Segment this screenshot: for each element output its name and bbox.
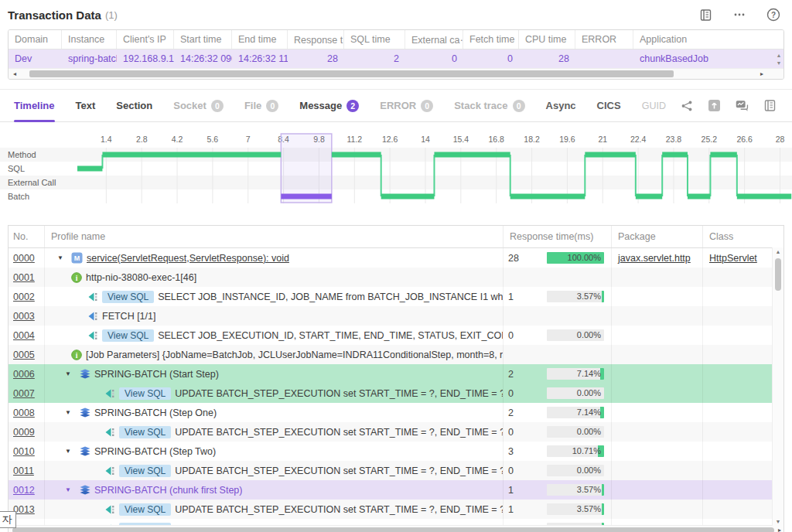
scroll-down-icon[interactable]: ▼: [777, 60, 782, 66]
guid-button[interactable]: GUID: [642, 101, 666, 111]
txn-col-header: Response t⋯: [288, 30, 344, 49]
expander-icon[interactable]: ▼: [65, 370, 75, 377]
scroll-down-icon[interactable]: ▼: [773, 519, 783, 524]
expander-icon[interactable]: ▼: [65, 409, 75, 416]
package-link[interactable]: javax.servlet.http: [618, 253, 691, 264]
package-cell: [612, 480, 703, 500]
response-time-cell: [504, 306, 612, 326]
help-icon[interactable]: ?: [766, 7, 781, 22]
timeline-tick-label: 18.2: [524, 135, 540, 144]
txn-hscroll-thumb[interactable]: [29, 70, 674, 77]
transaction-row[interactable]: Devspring-batch192.168.9.13614:26:32 090…: [9, 49, 783, 68]
profile-row[interactable]: 0001ihttp-nio-38080-exec-1[46]: [9, 268, 783, 287]
tab-stack-trace[interactable]: Stack trace0: [454, 90, 524, 121]
profile-vscrollbar[interactable]: ▲▼: [772, 247, 783, 526]
tab-cics[interactable]: CICS: [597, 90, 621, 121]
profile-table-header: No.Profile nameResponse time(ms)PackageC…: [9, 226, 783, 248]
package-cell: [612, 326, 703, 345]
profile-name-text[interactable]: service(ServletRequest,ServletResponse):…: [87, 253, 289, 264]
profile-no-link[interactable]: 0013: [13, 504, 35, 515]
profile-row[interactable]: View SQLUPDATE BATCH_STEP_EXECUTION set …: [9, 519, 783, 525]
profile-no-link[interactable]: 0008: [13, 408, 35, 418]
view-sql-button[interactable]: View SQL: [119, 387, 171, 400]
profile-row[interactable]: 0008▼SPRING-BATCH (Step One)27.14%: [9, 403, 783, 422]
timeline-bar-method: [585, 152, 636, 158]
profile-row[interactable]: 0006▼SPRING-BATCH (Start Step)27.14%: [9, 364, 783, 384]
profile-no-cell: 0011: [9, 461, 45, 480]
profile-row[interactable]: 0009View SQLUPDATE BATCH_STEP_EXECUTION …: [9, 422, 783, 442]
profile-row[interactable]: 0002View SQLSELECT JOB_INSTANCE_ID, JOB_…: [9, 287, 783, 306]
profile-no-link[interactable]: 0002: [13, 292, 35, 302]
txn-cell: 14:26:32 090: [174, 49, 232, 68]
more-icon[interactable]: [732, 7, 747, 22]
profile-no-link[interactable]: 0009: [13, 427, 35, 438]
profile-no-link[interactable]: 0001: [13, 272, 35, 283]
notebook-icon[interactable]: [763, 99, 777, 113]
profile-no-cell: 0012: [9, 480, 45, 500]
profile-no-link[interactable]: 0004: [13, 330, 35, 341]
profile-no-link[interactable]: 0011: [13, 466, 34, 476]
package-cell: [612, 287, 703, 306]
profile-name-cell: ▼Mservice(ServletRequest,ServletResponse…: [45, 248, 504, 268]
response-time-value: 0: [508, 330, 547, 341]
scroll-right-icon[interactable]: ▸: [778, 527, 781, 532]
profile-no-link[interactable]: 0003: [13, 311, 35, 322]
txn-cell: Dev: [9, 49, 62, 68]
profile-name-cell: View SQLUPDATE BATCH_STEP_EXECUTION set …: [45, 500, 504, 519]
profile-no-link[interactable]: 0006: [13, 369, 35, 380]
profile-row[interactable]: 0010▼SPRING-BATCH (Step Two)310.71%: [9, 442, 783, 461]
profile-name-text: UPDATE BATCH_STEP_EXECUTION set START_TI…: [175, 465, 503, 476]
tab-message[interactable]: Message2: [299, 90, 359, 121]
view-sql-button[interactable]: View SQL: [119, 503, 171, 516]
package-cell: [612, 345, 703, 364]
scroll-left-icon[interactable]: ◂: [13, 69, 16, 79]
view-sql-button[interactable]: View SQL: [102, 329, 154, 342]
scroll-up-icon[interactable]: ▲: [773, 249, 783, 254]
profile-row[interactable]: 0004View SQLSELECT JOB_EXECUTION_ID, STA…: [9, 326, 783, 345]
profile-row[interactable]: 0000▼Mservice(ServletRequest,ServletResp…: [9, 248, 783, 268]
profile-no-link[interactable]: 0010: [13, 446, 35, 457]
tab-badge: 0: [513, 100, 525, 112]
expander-icon[interactable]: ▼: [57, 254, 67, 261]
profile-row[interactable]: 0007View SQLUPDATE BATCH_STEP_EXECUTION …: [9, 384, 783, 403]
chat-chart-icon[interactable]: [736, 99, 749, 113]
profile-hscroll-thumb[interactable]: [12, 527, 774, 532]
timeline-bar-method: [102, 152, 281, 158]
profile-vscroll-thumb[interactable]: [775, 258, 781, 291]
tab-async[interactable]: Async: [546, 90, 576, 121]
tab-file[interactable]: File0: [244, 90, 278, 121]
timeline-selection[interactable]: [281, 134, 332, 203]
view-sql-button[interactable]: View SQL: [119, 465, 171, 477]
view-sql-button[interactable]: View SQL: [102, 291, 154, 303]
expander-icon[interactable]: ▼: [65, 486, 75, 493]
profile-row[interactable]: 0003FETCH [1/1]: [9, 306, 783, 326]
profile-no-link[interactable]: 0012: [13, 485, 35, 496]
class-cell: [703, 268, 774, 287]
profile-no-link[interactable]: 0005: [13, 350, 35, 360]
tab-text[interactable]: Text: [76, 90, 96, 121]
profile-row[interactable]: 0005i[Job Parameters] {JobName=BatchJob,…: [9, 345, 783, 364]
response-time-value: 1: [508, 485, 547, 496]
scroll-up-icon[interactable]: ▲: [777, 53, 782, 58]
share-icon[interactable]: [680, 99, 694, 113]
txn-vscroll-buttons[interactable]: ▲▼: [774, 49, 783, 68]
tab-error[interactable]: ERROR0: [380, 90, 433, 121]
profile-hscrollbar[interactable]: ▸: [9, 525, 783, 532]
tab-section[interactable]: Section: [116, 90, 152, 121]
scroll-right-icon[interactable]: ▸: [760, 69, 763, 79]
response-percent-bar: 100.00%: [547, 252, 604, 264]
class-link[interactable]: HttpServlet: [709, 253, 757, 264]
profile-no-link[interactable]: 0007: [13, 388, 35, 399]
tab-socket[interactable]: Socket0: [173, 90, 224, 121]
transaction-hscrollbar[interactable]: ◂▸: [9, 68, 783, 79]
profile-row[interactable]: 0012▼SPRING-BATCH (chunk first Step)13.5…: [9, 480, 783, 500]
export-icon[interactable]: [708, 99, 722, 113]
expander-icon[interactable]: ▼: [65, 448, 75, 455]
view-sql-button[interactable]: View SQL: [119, 426, 171, 438]
profile-row[interactable]: 0011View SQLUPDATE BATCH_STEP_EXECUTION …: [9, 461, 783, 480]
profile-no-link[interactable]: 0000: [13, 253, 35, 264]
profile-col-header: Package: [612, 226, 703, 247]
notebook-icon[interactable]: [698, 7, 713, 22]
profile-row[interactable]: 0013View SQLUPDATE BATCH_STEP_EXECUTION …: [9, 500, 783, 519]
tab-timeline[interactable]: Timeline: [14, 90, 55, 121]
